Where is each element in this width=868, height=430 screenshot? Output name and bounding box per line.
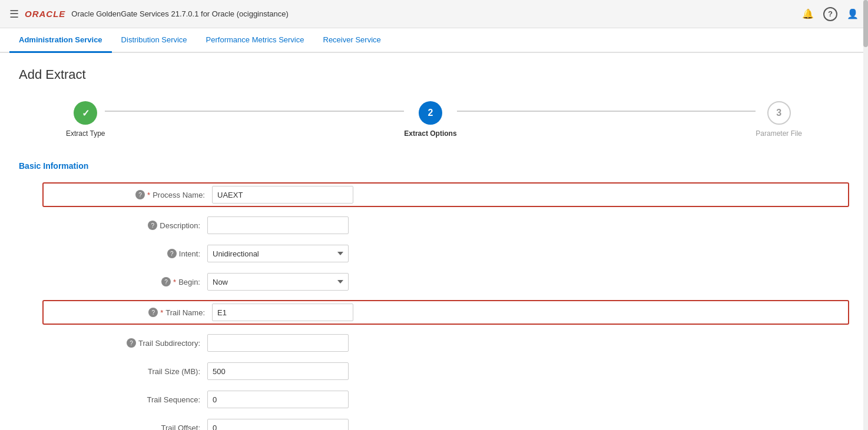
scrollbar-thumb[interactable] <box>863 0 868 47</box>
trail-size-label: Trail Size (MB): <box>148 367 200 376</box>
trail-sequence-label-group: Trail Sequence: <box>42 395 207 404</box>
trail-size-label-group: Trail Size (MB): <box>42 367 207 376</box>
description-input[interactable] <box>207 216 349 234</box>
intent-row: ? Intent: Unidirectional Bidirectional <box>42 244 849 264</box>
top-header: ☰ ORACLE Oracle GoldenGate Services 21.7… <box>0 0 868 28</box>
step-circle-2: 2 <box>419 101 442 125</box>
description-label: Description: <box>160 221 200 230</box>
step-circle-3: 3 <box>767 101 791 125</box>
trail-subdirectory-label: Trail Subdirectory: <box>138 339 200 348</box>
begin-label-group: ? * Begin: <box>42 277 207 286</box>
step-label-2: Extract Options <box>404 129 456 138</box>
trail-offset-input[interactable] <box>207 419 349 430</box>
begin-select[interactable]: Now CSN Timestamp <box>207 273 349 291</box>
step-label-1: Extract Type <box>66 129 105 138</box>
nav-tabs: Administration Service Distribution Serv… <box>0 28 868 53</box>
trail-subdirectory-row: ? Trail Subdirectory: <box>42 333 849 353</box>
oracle-logo: ORACLE <box>25 9 65 19</box>
trail-name-label-group: ? * Trail Name: <box>47 308 212 317</box>
trail-subdirectory-label-group: ? Trail Subdirectory: <box>42 338 207 348</box>
stepper-connector-2 <box>457 111 756 112</box>
main-content: Add Extract ✓ Extract Type 2 Extract Opt… <box>0 53 868 430</box>
trail-name-required-star: * <box>160 308 163 317</box>
tab-administration-service[interactable]: Administration Service <box>9 28 112 53</box>
step-parameter-file: 3 Parameter File <box>756 101 802 138</box>
step-extract-options: 2 Extract Options <box>404 101 456 138</box>
page-title: Add Extract <box>19 67 849 82</box>
trail-sequence-row: Trail Sequence: <box>42 389 849 409</box>
trail-size-row: Trail Size (MB): <box>42 361 849 381</box>
intent-label: Intent: <box>179 249 200 258</box>
trail-subdirectory-input[interactable] <box>207 334 349 352</box>
step-extract-type: ✓ Extract Type <box>66 101 105 138</box>
app-title: Oracle GoldenGate Services 21.7.0.1 for … <box>71 9 289 18</box>
user-icon[interactable]: 👤 <box>847 8 859 19</box>
hamburger-icon[interactable]: ☰ <box>9 8 19 21</box>
trail-name-row: ? * Trail Name: <box>42 300 849 325</box>
begin-label: Begin: <box>178 278 200 286</box>
trail-name-input[interactable] <box>212 304 353 321</box>
tab-performance-metrics-service[interactable]: Performance Metrics Service <box>197 28 314 53</box>
begin-required-star: * <box>173 278 176 286</box>
trail-name-label: Trail Name: <box>165 308 205 317</box>
begin-row: ? * Begin: Now CSN Timestamp <box>42 272 849 292</box>
stepper-connector-1 <box>105 111 404 112</box>
process-name-row: ? * Process Name: <box>42 182 849 207</box>
scrollbar-track[interactable] <box>863 0 868 430</box>
description-help-icon[interactable]: ? <box>148 221 157 230</box>
process-name-input[interactable] <box>212 186 353 204</box>
intent-label-group: ? Intent: <box>42 249 207 258</box>
description-label-group: ? Description: <box>42 221 207 230</box>
header-left: ☰ ORACLE Oracle GoldenGate Services 21.7… <box>9 8 289 21</box>
trail-sequence-label: Trail Sequence: <box>147 395 200 404</box>
step-circle-1: ✓ <box>74 101 97 125</box>
trail-subdirectory-help-icon[interactable]: ? <box>127 338 136 348</box>
trail-offset-label-group: Trail Offset: <box>42 424 207 431</box>
intent-help-icon[interactable]: ? <box>167 249 177 258</box>
begin-help-icon[interactable]: ? <box>161 277 171 286</box>
step-label-3: Parameter File <box>756 129 802 138</box>
trail-sequence-input[interactable] <box>207 391 349 408</box>
process-name-required-star: * <box>147 191 150 199</box>
trail-name-help-icon[interactable]: ? <box>148 308 158 317</box>
notification-icon[interactable]: 🔔 <box>802 8 814 19</box>
process-name-label: Process Name: <box>153 191 205 199</box>
process-name-label-group: ? * Process Name: <box>47 190 212 199</box>
intent-select[interactable]: Unidirectional Bidirectional <box>207 245 349 262</box>
description-row: ? Description: <box>42 215 849 235</box>
section-heading-basic-info: Basic Information <box>19 161 849 171</box>
tab-distribution-service[interactable]: Distribution Service <box>112 28 197 53</box>
tab-receiver-service[interactable]: Receiver Service <box>314 28 390 53</box>
trail-offset-label: Trail Offset: <box>161 424 200 431</box>
header-right: 🔔 ? 👤 <box>802 7 859 21</box>
form-area: ? * Process Name: ? Description: ? Inten… <box>42 182 849 430</box>
help-button[interactable]: ? <box>823 7 837 21</box>
trail-size-input[interactable] <box>207 362 349 380</box>
stepper: ✓ Extract Type 2 Extract Options 3 Param… <box>19 101 849 138</box>
trail-offset-row: Trail Offset: <box>42 418 849 430</box>
process-name-help-icon[interactable]: ? <box>135 190 145 199</box>
